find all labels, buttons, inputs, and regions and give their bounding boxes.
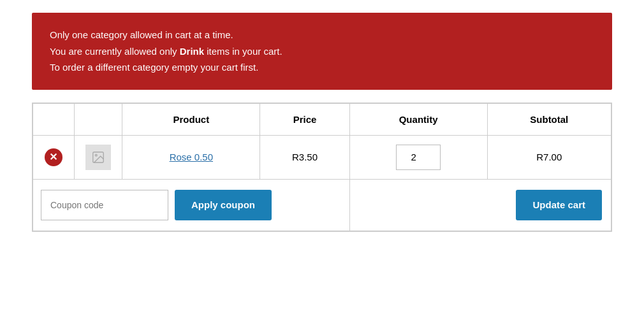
col-header-product: Product	[122, 103, 260, 135]
alert-line-2-suffix: items in your cart.	[204, 46, 282, 57]
alert-banner: Only one category allowed in cart at a t…	[32, 13, 612, 90]
coupon-cell: Apply coupon	[41, 190, 342, 220]
coupon-input-cell: Apply coupon	[33, 179, 350, 231]
image-icon	[91, 150, 105, 164]
product-name-cell: Rose 0.50	[122, 135, 260, 179]
remove-cell: ✕	[33, 135, 75, 179]
alert-line-2-prefix: You are currently allowed only	[50, 46, 180, 57]
col-header-quantity: Quantity	[349, 103, 487, 135]
alert-line-2: You are currently allowed only Drink ite…	[50, 43, 594, 60]
coupon-row: Apply coupon Update cart	[33, 179, 611, 231]
col-header-remove	[33, 103, 75, 135]
thumb-cell	[74, 135, 122, 179]
col-header-thumb	[74, 103, 122, 135]
update-cart-cell: Update cart	[349, 179, 611, 231]
update-cart-button[interactable]: Update cart	[516, 190, 602, 220]
cart-table-wrapper: Product Price Quantity Subtotal ✕	[32, 103, 612, 232]
quantity-input[interactable]	[396, 145, 441, 170]
subtotal-cell: R7.00	[487, 135, 611, 179]
quantity-cell	[349, 135, 487, 179]
cart-table: Product Price Quantity Subtotal ✕	[33, 103, 611, 231]
remove-item-button[interactable]: ✕	[45, 148, 62, 166]
alert-line-3: To order a different category empty your…	[50, 59, 594, 76]
col-header-subtotal: Subtotal	[487, 103, 611, 135]
apply-coupon-button[interactable]: Apply coupon	[175, 190, 272, 220]
table-header-row: Product Price Quantity Subtotal	[33, 103, 611, 135]
coupon-input[interactable]	[41, 190, 168, 220]
product-price: R3.50	[292, 152, 318, 162]
table-row: ✕ Rose 0.50 R3.50	[33, 135, 611, 179]
price-cell: R3.50	[260, 135, 349, 179]
product-thumbnail	[85, 145, 111, 170]
col-header-price: Price	[260, 103, 349, 135]
svg-point-1	[95, 154, 97, 156]
alert-line-1: Only one category allowed in cart at a t…	[50, 27, 594, 43]
product-link[interactable]: Rose 0.50	[170, 152, 213, 162]
product-subtotal: R7.00	[536, 152, 562, 162]
alert-drink-bold: Drink	[180, 46, 204, 57]
